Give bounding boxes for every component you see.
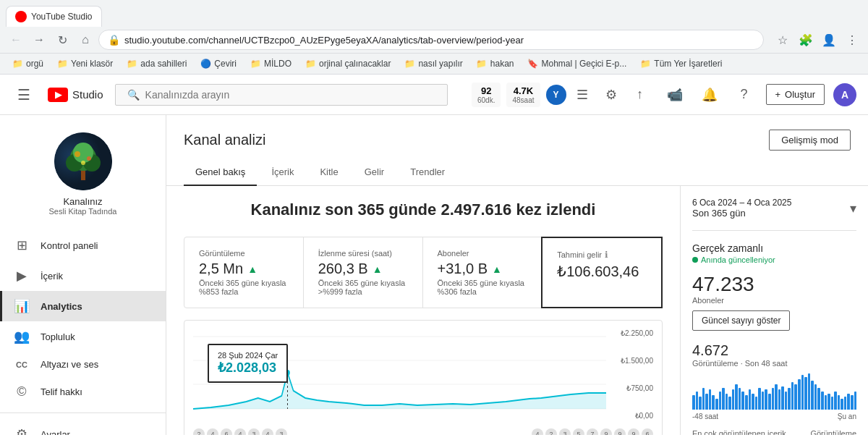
yt-body: Kanalınız Sesli Kitap Tadında ⊞ Kontrol … <box>0 115 868 435</box>
bookmark-folder-icon-6: 📁 <box>404 58 415 69</box>
bookmark-label-9: Mohmal | Geçici E-p... <box>541 59 626 69</box>
show-current-button[interactable]: Güncel sayıyı göster <box>692 310 790 331</box>
bookmark-nasil[interactable]: 📁 nasıl yapılır <box>398 56 468 72</box>
mini-bar <box>722 388 725 410</box>
bookmark-ceviri[interactable]: 🔵 Çeviri <box>194 56 242 72</box>
sidebar-nav: ⊞ Kontrol paneli ▶ İçerik 📊 Analytics 👥 … <box>0 227 166 435</box>
forward-button[interactable]: → <box>29 30 49 50</box>
stat-label-2: 48saat <box>512 96 534 104</box>
stats-row: Görüntüleme 2,5 Mn ▲ Önceki 365 güne kıy… <box>184 237 663 308</box>
address-bar[interactable]: 🔒 studio.youtube.com/channel/UCTBzcpo0_A… <box>98 30 764 50</box>
bookmark-ada[interactable]: 📁 ada sahilleri <box>120 56 192 72</box>
stat-card-goruntulem: Görüntüleme 2,5 Mn ▲ Önceki 365 güne kıy… <box>184 237 304 308</box>
month-dot: 2 <box>193 428 205 435</box>
bookmark-mildo[interactable]: 📁 MİLDO <box>244 56 297 72</box>
month-dot: 4 <box>532 428 543 435</box>
advanced-mode-button[interactable]: Gelişmiş mod <box>769 130 851 151</box>
bookmark-mohmal[interactable]: 🔖 Mohmal | Geçici E-p... <box>521 56 632 72</box>
date-range-expand-button[interactable]: ▾ <box>850 200 856 216</box>
sidebar-label-ayarlar: Ayarlar <box>41 429 70 436</box>
help-icon[interactable]: ? <box>731 82 757 108</box>
user-avatar[interactable]: A <box>833 83 856 106</box>
bookmarks-bar: 📁 orgü 📁 Yeni klasör 📁 ada sahilleri 🔵 Ç… <box>0 53 868 74</box>
bookmark-all[interactable]: 📁 Tüm Yer İşaretleri <box>634 56 728 72</box>
channel-subtitle: Sesli Kitap Tadında <box>49 207 117 216</box>
home-button[interactable]: ⌂ <box>75 30 95 50</box>
community-icon: 👥 <box>14 329 29 344</box>
analytics-right-sidebar: 6 Oca 2024 – 4 Oca 2025 Son 365 gün ▾ Ge… <box>680 186 868 435</box>
bookmark-orijinal[interactable]: 📁 orjinal çalınacaklar <box>299 56 396 72</box>
mini-bar <box>781 386 784 410</box>
video-camera-icon[interactable]: 📹 <box>662 82 688 108</box>
back-button[interactable]: ← <box>6 30 26 50</box>
sidebar-item-altyazi[interactable]: CC Altyazı ve ses <box>0 352 166 377</box>
mini-bar <box>821 392 824 410</box>
tab-gelir[interactable]: Gelir <box>353 159 396 186</box>
sidebar-label-telif: Telif hakkı <box>41 386 82 397</box>
more-options-button[interactable]: ⋮ <box>842 30 862 50</box>
mini-bar <box>705 394 708 410</box>
bookmark-hakan[interactable]: 📁 hakan <box>470 56 520 72</box>
sidebar-item-ayarlar[interactable]: ⚙ Ayarlar <box>0 419 166 435</box>
sidebar-item-icerik[interactable]: ▶ İçerik <box>0 261 166 291</box>
mini-bar <box>847 394 850 410</box>
sidebar-item-telif[interactable]: © Telif hakkı <box>0 377 166 407</box>
sidebar-divider <box>0 412 166 413</box>
refresh-button[interactable]: ↻ <box>52 30 72 50</box>
up-arrow-izlenme: ▲ <box>373 263 383 275</box>
channel-avatar-image <box>54 132 112 190</box>
studio-logo[interactable]: ▶ Studio <box>48 88 103 102</box>
header-stats: 92 60dk. 4.7K 48saat Y ☰ ⚙ ↑ <box>472 82 653 108</box>
bookmark-label-3: ada sahilleri <box>140 59 187 69</box>
search-input[interactable] <box>145 89 435 101</box>
mini-bar <box>696 392 699 410</box>
extensions-button[interactable]: 🧩 <box>796 30 816 50</box>
main-content: Kanal analizi Gelişmiş mod Genel bakış İ… <box>166 115 868 435</box>
hamburger-button[interactable]: ☰ <box>12 80 36 109</box>
tab-kitle[interactable]: Kitle <box>308 159 349 186</box>
create-icon: + <box>775 89 781 100</box>
tab-icerik[interactable]: İçerik <box>260 159 305 186</box>
realtime-views-label: Görüntüleme · Son 48 saat <box>692 359 856 368</box>
mini-bar <box>775 384 778 410</box>
mini-bar <box>841 399 843 410</box>
sidebar-item-topluluk[interactable]: 👥 Topluluk <box>0 321 166 352</box>
search-bar[interactable]: 🔍 <box>115 84 448 106</box>
mini-bar <box>768 394 771 410</box>
yt-header: ☰ ▶ Studio 🔍 92 60dk. 4.7K 48saat Y ☰ <box>0 75 868 115</box>
mini-bar <box>798 379 801 410</box>
mini-bar <box>702 388 705 410</box>
list-view-icon[interactable]: ☰ <box>569 82 595 108</box>
tab-trendler[interactable]: Trendler <box>399 159 456 186</box>
bookmark-star-button[interactable]: ☆ <box>773 30 793 50</box>
date-period: Son 365 gün <box>692 208 791 219</box>
mini-bar <box>851 395 854 410</box>
mini-bar <box>715 399 718 410</box>
share-icon[interactable]: ↑ <box>627 82 653 108</box>
channel-avatar[interactable] <box>54 132 112 190</box>
mini-bar-chart <box>692 373 856 410</box>
realtime-views-num: 4.672 <box>692 342 856 359</box>
mini-bar <box>827 394 830 410</box>
profile-button[interactable]: 👤 <box>819 30 839 50</box>
sidebar-item-kontrol[interactable]: ⊞ Kontrol paneli <box>0 230 166 261</box>
browser-tab-active[interactable]: YouTube Studio <box>6 6 102 27</box>
bookmark-folder-icon-7: 📁 <box>476 58 488 69</box>
bookmark-yeni-klasor[interactable]: 📁 Yeni klasör <box>51 56 119 72</box>
sidebar-item-analytics[interactable]: 📊 Analytics <box>0 291 166 321</box>
mini-bar <box>844 397 847 410</box>
create-label: Oluştur <box>785 89 815 100</box>
bookmark-label-2: Yeni klasör <box>71 59 113 69</box>
stat-label-1: 60dk. <box>477 96 495 104</box>
settings-icon[interactable]: ⚙ <box>598 82 624 108</box>
month-dot: 5 <box>573 428 584 435</box>
create-button[interactable]: + Oluştur <box>766 84 825 105</box>
tab-genel-bakis[interactable]: Genel bakış <box>184 159 257 186</box>
stat-change-goruntulem: Önceki 365 güne kıyasla %853 fazla <box>199 279 289 296</box>
bookmark-orgu[interactable]: 📁 orgü <box>6 56 49 72</box>
green-dot-icon <box>692 257 698 263</box>
url-text: studio.youtube.com/channel/UCTBzcpo0_AUz… <box>124 35 524 46</box>
notifications-icon[interactable]: 🔔 <box>697 82 723 108</box>
month-dot: 4 <box>262 428 273 435</box>
realtime-sub-text: Anında güncelleniyor <box>701 255 775 264</box>
